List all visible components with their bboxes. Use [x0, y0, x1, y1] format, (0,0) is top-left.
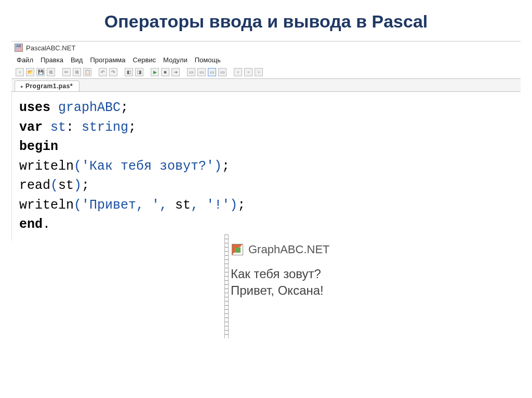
- toggle2-icon[interactable]: ◨: [135, 68, 143, 76]
- toggle-icon[interactable]: ◧: [125, 68, 133, 76]
- tab-program1[interactable]: Program1.pas*: [15, 80, 79, 91]
- output-text: Как тебя зовут? Привет, Оксана!: [230, 266, 453, 299]
- menu-program[interactable]: Программа: [90, 56, 125, 64]
- panel4-icon[interactable]: ▭: [218, 68, 227, 76]
- code-editor[interactable]: uses graphABC; var st: string; begin wri…: [11, 92, 521, 241]
- output-title: GraphABC.NET: [248, 243, 330, 256]
- ide-window: AB PascalABC.NET Файл Правка Вид Програм…: [11, 41, 521, 241]
- menu-file[interactable]: Файл: [17, 56, 33, 64]
- kw-var: var: [19, 120, 43, 135]
- paste-icon[interactable]: 📋: [83, 68, 91, 76]
- str-hello: 'Привет, ': [82, 198, 159, 213]
- menu-edit[interactable]: Правка: [41, 56, 63, 64]
- app-title: PascalABC.NET: [26, 44, 75, 52]
- type-string: string: [82, 120, 128, 135]
- app-icon: AB: [15, 44, 23, 52]
- new-icon[interactable]: ▫: [16, 68, 24, 76]
- fn-writeln1: writeln: [19, 159, 74, 174]
- stop-icon[interactable]: ■: [161, 68, 169, 76]
- output-line2: Привет, Оксана!: [231, 282, 453, 299]
- toolbar: ▫ 📂 💾 ⧉ ✂ ⧉ 📋 ↶ ↷ ◧ ◨ ▶ ■ ⇥ ▭ ▭ ▭ ▭ ▫ ▫ …: [11, 66, 521, 78]
- output-title-bar: GraphABC.NET: [230, 240, 453, 262]
- redo-icon[interactable]: ↷: [109, 68, 117, 76]
- tool2-icon[interactable]: ▫: [244, 68, 252, 76]
- output-line1: Как тебя зовут?: [231, 266, 453, 282]
- id-st: st: [50, 120, 66, 135]
- undo-icon[interactable]: ↶: [99, 68, 107, 76]
- saveall-icon[interactable]: ⧉: [47, 68, 55, 76]
- arg-st2: st: [175, 198, 191, 213]
- kw-end: end: [19, 217, 43, 232]
- str-excl: '!': [206, 198, 230, 213]
- panel3-icon[interactable]: ▭: [208, 68, 216, 76]
- fn-writeln2: writeln: [19, 198, 74, 213]
- lparen3: (: [74, 198, 82, 213]
- panel2-icon[interactable]: ▭: [197, 68, 206, 76]
- rparen3: ): [230, 198, 237, 213]
- id-graphabc: graphABC: [58, 100, 121, 115]
- semi5: ;: [237, 198, 245, 213]
- tool3-icon[interactable]: ▫: [255, 68, 263, 76]
- open-icon[interactable]: 📂: [26, 68, 34, 76]
- semi4: ;: [82, 178, 89, 193]
- tab-bar: Program1.pas*: [11, 78, 521, 92]
- tool1-icon[interactable]: ▫: [234, 68, 242, 76]
- kw-begin: begin: [19, 139, 58, 154]
- run-icon[interactable]: ▶: [151, 68, 159, 76]
- comma2: ,: [191, 198, 198, 213]
- rparen1: ): [214, 159, 222, 174]
- title-bar: AB PascalABC.NET: [11, 42, 521, 54]
- colon: :: [66, 120, 74, 135]
- graphabc-icon: [232, 244, 243, 255]
- lparen2: (: [50, 178, 58, 193]
- slide-title: Операторы ввода и вывода в Pascal: [0, 0, 532, 41]
- arg-st: st: [58, 178, 74, 193]
- rparen2: ): [74, 178, 82, 193]
- cut-icon[interactable]: ✂: [62, 68, 71, 76]
- fn-read: read: [19, 178, 50, 193]
- output-window: GraphABC.NET Как тебя зовут? Привет, Окс…: [230, 240, 453, 299]
- menu-bar: Файл Правка Вид Программа Сервис Модули …: [11, 54, 521, 66]
- str-question: 'Как тебя зовут?': [82, 159, 214, 174]
- menu-view[interactable]: Вид: [71, 56, 83, 64]
- copy-icon[interactable]: ⧉: [73, 68, 81, 76]
- panel1-icon[interactable]: ▭: [187, 68, 195, 76]
- semi: ;: [121, 100, 128, 115]
- kw-uses: uses: [19, 100, 50, 115]
- ruler-icon: [224, 235, 229, 338]
- lparen1: (: [74, 159, 82, 174]
- menu-help[interactable]: Помощь: [195, 56, 221, 64]
- step-icon[interactable]: ⇥: [171, 68, 180, 76]
- menu-service[interactable]: Сервис: [133, 56, 156, 64]
- semi3: ;: [222, 159, 230, 174]
- comma1: ,: [159, 198, 167, 213]
- semi2: ;: [128, 120, 136, 135]
- menu-modules[interactable]: Модули: [163, 56, 188, 64]
- save-icon[interactable]: 💾: [36, 68, 45, 76]
- dot: .: [43, 217, 50, 232]
